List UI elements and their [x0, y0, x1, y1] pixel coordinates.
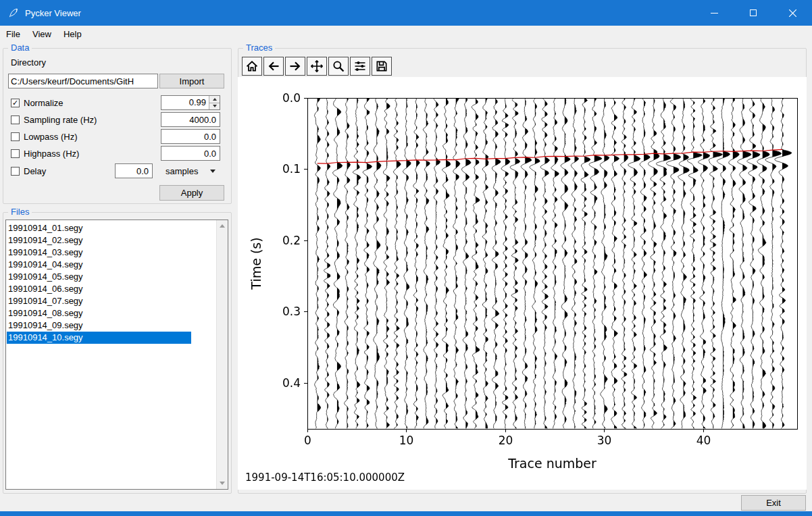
lowpass-checkbox[interactable]: [11, 132, 20, 141]
home-button[interactable]: [242, 57, 262, 76]
configure-button[interactable]: [350, 57, 370, 76]
file-item[interactable]: 19910914_07.segy: [7, 295, 191, 307]
scroll-down-icon: [220, 482, 225, 485]
file-item[interactable]: 19910914_05.segy: [7, 271, 191, 283]
scroll-up-button[interactable]: [217, 220, 228, 232]
normalize-label: Normalize: [24, 98, 64, 108]
normalize-spinbox-value: 0.99: [161, 96, 209, 109]
spin-down-icon: [213, 105, 217, 107]
spin-up-icon: [213, 98, 217, 101]
traces-plot-canvas[interactable]: [238, 77, 807, 490]
spin-down-button[interactable]: [209, 103, 220, 110]
delay-unit-combobox[interactable]: samples: [161, 163, 220, 178]
window-bottom-edge: [0, 511, 812, 516]
maximize-button[interactable]: [734, 0, 773, 26]
close-icon: [789, 9, 796, 17]
minimize-icon: [711, 13, 718, 14]
file-item[interactable]: 19910914_09.segy: [7, 319, 191, 332]
menu-help[interactable]: Help: [57, 26, 88, 42]
home-icon: [245, 59, 259, 73]
highpass-checkbox[interactable]: [11, 149, 20, 158]
sampling-rate-field[interactable]: 4000.0: [161, 112, 220, 127]
traces-group-title: Traces: [243, 43, 275, 53]
back-button[interactable]: [263, 57, 284, 76]
import-button[interactable]: Import: [159, 74, 224, 88]
app-logo-feather-icon: [7, 7, 19, 19]
lowpass-value: 0.0: [204, 132, 216, 142]
pan-icon: [310, 59, 324, 73]
normalize-spinbox[interactable]: 0.99: [161, 95, 220, 110]
file-item[interactable]: 19910914_02.segy: [7, 234, 191, 247]
forward-icon: [288, 59, 302, 73]
window-controls: [694, 0, 812, 26]
file-list-items: 19910914_01.segy19910914_02.segy19910914…: [7, 222, 215, 488]
file-list[interactable]: 19910914_01.segy19910914_02.segy19910914…: [5, 220, 228, 490]
chevron-down-icon: [210, 170, 215, 173]
app-window: Pycker Viewer File View Help Data Direct…: [0, 0, 812, 516]
highpass-field[interactable]: 0.0: [161, 146, 220, 161]
directory-label: Directory: [11, 57, 46, 68]
files-group-title: Files: [8, 207, 32, 217]
file-item[interactable]: 19910914_04.segy: [7, 259, 191, 271]
delay-field[interactable]: 0.0: [115, 163, 153, 178]
exit-button[interactable]: Exit: [741, 495, 806, 511]
save-icon: [375, 59, 388, 73]
zoom-icon: [332, 59, 345, 73]
close-button[interactable]: [773, 0, 812, 26]
forward-button[interactable]: [285, 57, 305, 76]
pan-button[interactable]: [307, 57, 327, 76]
file-item[interactable]: 19910914_03.segy: [7, 247, 191, 259]
maximize-icon: [750, 9, 757, 16]
highpass-value: 0.0: [204, 149, 216, 159]
menubar: File View Help: [0, 26, 812, 43]
sampling-rate-value: 4000.0: [189, 115, 216, 125]
menu-file[interactable]: File: [0, 26, 26, 42]
sampling-rate-checkbox[interactable]: [11, 115, 20, 124]
file-item[interactable]: 19910914_08.segy: [7, 307, 191, 319]
scroll-up-icon: [220, 224, 225, 228]
file-list-scrollbar[interactable]: [216, 220, 228, 489]
directory-input[interactable]: C:/Users/keurf/Documents/GitH: [8, 74, 158, 88]
file-item[interactable]: 19910914_06.segy: [7, 283, 191, 295]
delay-checkbox[interactable]: [11, 167, 20, 176]
configure-icon: [353, 59, 367, 73]
lowpass-field[interactable]: 0.0: [161, 129, 220, 144]
delay-label: Delay: [24, 166, 46, 176]
normalize-checkbox[interactable]: [11, 99, 20, 107]
scroll-down-button[interactable]: [217, 478, 228, 489]
spinbox-buttons: [209, 96, 220, 109]
delay-value: 0.0: [136, 166, 149, 176]
file-item[interactable]: 19910914_10.segy: [7, 332, 191, 344]
highpass-label: Highpass (Hz): [24, 149, 79, 159]
apply-button[interactable]: Apply: [159, 185, 224, 201]
file-item[interactable]: 19910914_01.segy: [7, 222, 191, 234]
sampling-rate-label: Sampling rate (Hz): [24, 115, 97, 125]
save-button[interactable]: [372, 57, 392, 76]
plot-toolbar: [242, 57, 392, 76]
lowpass-label: Lowpass (Hz): [24, 132, 77, 142]
directory-input-value: C:/Users/keurf/Documents/GitH: [11, 76, 134, 86]
delay-unit-value: samples: [166, 166, 198, 176]
titlebar[interactable]: Pycker Viewer: [0, 0, 812, 26]
zoom-button[interactable]: [328, 57, 349, 76]
menu-view[interactable]: View: [26, 26, 57, 42]
minimize-button[interactable]: [694, 0, 734, 26]
window-title: Pycker Viewer: [25, 8, 81, 18]
spin-up-button[interactable]: [209, 96, 220, 103]
data-group-title: Data: [8, 43, 32, 53]
back-icon: [267, 59, 280, 73]
